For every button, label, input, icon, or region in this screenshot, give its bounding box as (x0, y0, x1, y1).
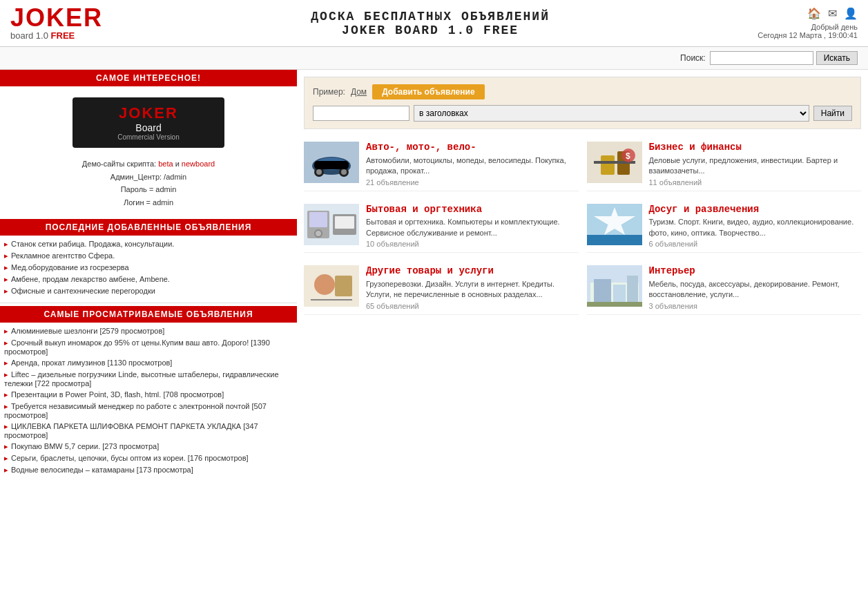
search-label: Поиск: (680, 53, 706, 63)
svg-rect-20 (335, 216, 354, 229)
list-item[interactable]: Liftec – дизельные погрузчики Linde, выс… (4, 369, 293, 389)
login-text: Логин = admin (124, 198, 173, 207)
main-layout: САМОЕ ИНТЕРЕСНОЕ! JOKER Board Commercial… (0, 70, 868, 479)
list-item[interactable]: Станок сетки рабица. Продажа, консультац… (4, 238, 293, 250)
admin-center: Админ_Центр: /admin (110, 173, 186, 181)
category-info: Досуг и развлеченияТуризм. Спорт. Книги,… (649, 204, 862, 249)
joker-board-promo[interactable]: JOKER Board Commercial Version (73, 97, 224, 148)
list-item[interactable]: Рекламное агентство Сфера. (4, 250, 293, 262)
list-item[interactable]: ЦИКЛЕВКА ПАРКЕТА ШЛИФОВКА РЕМОНТ ПАРКЕТА… (4, 421, 293, 441)
add-announcement-button[interactable]: Добавить объявление (372, 84, 484, 99)
category-item[interactable]: $ Бизнес и финансыДеловые услуги, предло… (587, 137, 862, 191)
home-icon[interactable]: 🏠 (807, 7, 821, 20)
list-item[interactable]: Презентации в Power Point, 3D, flash, ht… (4, 389, 293, 401)
category-count: 3 объявления (649, 302, 862, 310)
svg-rect-16 (309, 212, 327, 227)
svg-point-6 (341, 169, 347, 175)
category-thumb (587, 265, 642, 307)
category-item[interactable]: Авто-, мото-, вело-Автомобили, мотоциклы… (304, 137, 579, 191)
content-search-row: в заголовкахв текстевезде Найти (313, 105, 852, 122)
interesting-header: САМОЕ ИНТЕРЕСНОЕ! (0, 70, 297, 86)
latest-list: Станок сетки рабица. Продажа, консультац… (0, 236, 297, 300)
list-item[interactable]: Серьги, браслеты, цепочки, бусы оптом из… (4, 452, 293, 464)
category-grid: Авто-, мото-, вело-Автомобили, мотоциклы… (304, 137, 861, 315)
category-count: 10 объявлений (366, 240, 579, 248)
category-description: Бытовая и оргтехника. Компьютеры и компл… (366, 217, 579, 238)
category-item[interactable]: Досуг и развлеченияТуризм. Спорт. Книги,… (587, 200, 862, 254)
newboard-link[interactable]: newboard (182, 160, 215, 168)
svg-point-25 (314, 274, 335, 295)
list-item[interactable]: Покупаю BMW 5,7 серии. [273 просмотра] (4, 441, 293, 452)
category-title[interactable]: Бытовая и оргтехника (366, 204, 579, 216)
svg-point-4 (316, 169, 322, 175)
content-find-button[interactable]: Найти (813, 106, 852, 121)
logo-area: JOKER board 1.0 FREE (10, 6, 103, 41)
category-title[interactable]: Интерьер (649, 265, 862, 277)
site-title-line2: JOKER BOARD 1.0 FREE (103, 23, 758, 37)
search-button[interactable]: Искать (816, 51, 858, 65)
list-item[interactable]: Требуется независимый менеджер по работе… (4, 401, 293, 421)
example-label: Пример: (313, 87, 345, 97)
list-item[interactable]: Офисные и сантехнические перегородки (4, 285, 293, 297)
category-thumb (587, 204, 642, 245)
list-item[interactable]: Водные велосипеды – катамараны [173 прос… (4, 464, 293, 476)
sidebar: САМОЕ ИНТЕРЕСНОЕ! JOKER Board Commercial… (0, 70, 297, 479)
category-title[interactable]: Досуг и развлечения (649, 204, 862, 216)
svg-text:$: $ (626, 151, 630, 161)
category-thumb: $ (587, 142, 642, 183)
category-thumb (304, 265, 359, 307)
category-title[interactable]: Другие товары и услуги (366, 265, 579, 277)
category-item[interactable]: Бытовая и оргтехникаБытовая и оргтехника… (304, 200, 579, 254)
category-description: Мебель, посуда, аксессуары, декорировани… (649, 279, 862, 300)
popular-section: САМЫЕ ПРОСМАТРИВАЕМЫЕ ОБЪЯВЛЕНИЯ Алюмини… (0, 306, 297, 479)
search-bar: Поиск: Искать (0, 47, 868, 70)
header-title: ДОСКА БЕСПЛАТНЫХ ОБЪЯВЛЕНИЙ JOKER BOARD … (103, 10, 758, 37)
latest-section: ПОСЛЕДНИЕ ДОБАВЛЕННЫЕ ОБЪЯВЛЕНИЯ Станок … (0, 219, 297, 300)
latest-header: ПОСЛЕДНИЕ ДОБАВЛЕННЫЕ ОБЪЯВЛЕНИЯ (0, 219, 297, 236)
svg-rect-31 (613, 285, 626, 303)
header-right: 🏠 ✉ 👤 Добрый день Сегодня 12 Марта , 19:… (758, 7, 858, 39)
search-input[interactable] (710, 51, 813, 65)
password-text: Пароль = admin (121, 185, 177, 193)
category-description: Грузоперевозки. Дизайн. Услуги в интерне… (366, 279, 579, 300)
beta-link[interactable]: beta (158, 160, 173, 168)
content-search-select[interactable]: в заголовкахв текстевезде (414, 105, 809, 122)
svg-rect-7 (314, 161, 349, 169)
category-description: Автомобили, мотоциклы, мопеды, велосипед… (366, 155, 579, 177)
category-item[interactable]: ИнтерьерМебель, посуда, аксессуары, деко… (587, 261, 862, 315)
category-title[interactable]: Авто-, мото-, вело- (366, 142, 579, 153)
popular-header: САМЫЕ ПРОСМАТРИВАЕМЫЕ ОБЪЯВЛЕНИЯ (0, 306, 297, 323)
promo-board-text: Board (83, 122, 214, 133)
header: JOKER board 1.0 FREE ДОСКА БЕСПЛАТНЫХ ОБ… (0, 0, 868, 47)
list-item[interactable]: Алюминиевые шезлонги [2579 просмотров] (4, 325, 293, 337)
category-thumb (304, 204, 359, 245)
category-info: Бизнес и финансыДеловые услуги, предложе… (649, 142, 862, 187)
category-title[interactable]: Бизнес и финансы (649, 142, 862, 153)
promo-joker-text: JOKER (83, 104, 214, 122)
list-item[interactable]: Срочный выкуп иномарок до 95% от цены.Ку… (4, 337, 293, 357)
person-icon[interactable]: 👤 (844, 7, 858, 20)
date-time: Сегодня 12 Марта , 19:00:41 (758, 31, 858, 39)
content-search-input[interactable] (313, 106, 409, 121)
list-item[interactable]: Мед.оборудование из госрезерва (4, 262, 293, 274)
logo-board: board 1.0 FREE (10, 30, 103, 41)
svg-point-18 (316, 231, 321, 236)
category-info: Авто-, мото-, вело-Автомобили, мотоциклы… (366, 142, 579, 187)
list-item[interactable]: Амбене, продам лекарство амбене, Ambene. (4, 274, 293, 285)
svg-rect-30 (594, 279, 611, 303)
interesting-section: САМОЕ ИНТЕРЕСНОЕ! JOKER Board Commercial… (0, 70, 297, 219)
example-link[interactable]: Дом (351, 87, 367, 97)
logo-joker: JOKER (10, 6, 103, 30)
list-item[interactable]: Аренда, прокат лимузинов [1130 просмотро… (4, 357, 293, 369)
category-thumb (304, 142, 359, 183)
category-count: 6 объявлений (649, 240, 862, 248)
svg-rect-32 (627, 276, 638, 303)
category-item[interactable]: Другие товары и услугиГрузоперевозки. Ди… (304, 261, 579, 315)
svg-rect-9 (601, 155, 615, 175)
category-description: Туризм. Спорт. Книги, видео, аудио, колл… (649, 217, 862, 238)
demo-info: Демо-сайты скрипта: beta и newboard Адми… (7, 153, 290, 213)
category-count: 21 объявление (366, 178, 579, 187)
mail-icon[interactable]: ✉ (828, 7, 837, 20)
promo-commercial-text: Commercial Version (83, 133, 214, 141)
category-info: Бытовая и оргтехникаБытовая и оргтехника… (366, 204, 579, 249)
